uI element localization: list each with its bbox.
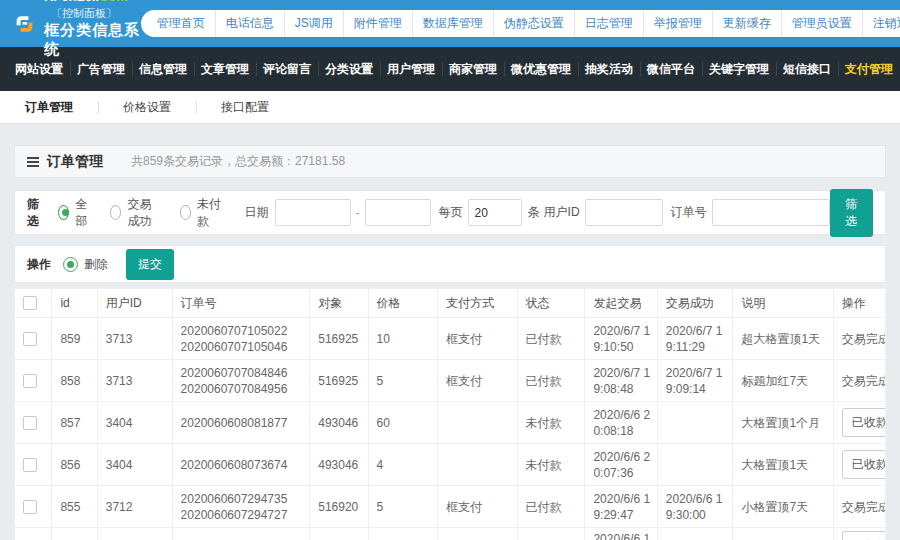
- cell-id: 858: [52, 360, 97, 402]
- cell-order-no: 20200607070848462020060707084956: [172, 360, 310, 402]
- top-menu-item[interactable]: 日志管理: [574, 10, 643, 37]
- top-menu-item[interactable]: 举报管理: [643, 10, 712, 37]
- user-id-input[interactable]: [585, 199, 663, 226]
- select-all-checkbox[interactable]: [23, 296, 37, 310]
- receive-payment-button[interactable]: 已收款: [842, 450, 886, 479]
- table-row: 8553712202006060729473520200606072947275…: [15, 486, 886, 528]
- top-menu-item[interactable]: 注销退出: [862, 10, 900, 37]
- cell-note: 小格置顶7天: [733, 486, 833, 528]
- cell-target: [310, 528, 368, 540]
- cell-start-time: 2020/6/6 20:07:36: [585, 444, 657, 486]
- nav-item[interactable]: 商家管理: [442, 47, 504, 91]
- per-page-unit: 条: [528, 204, 540, 221]
- nav-item[interactable]: 分类设置: [318, 47, 380, 91]
- subnav-item[interactable]: 价格设置: [98, 91, 196, 124]
- sub-nav: 订单管理价格设置接口配置: [0, 91, 900, 124]
- top-menu-item[interactable]: 管理首页: [147, 10, 215, 37]
- filter-radio[interactable]: [110, 205, 121, 220]
- cell-order-no: 20200607071050222020060707105046: [172, 318, 310, 360]
- cell-target: 493046: [310, 444, 368, 486]
- filter-radio-option[interactable]: 交易成功: [110, 196, 162, 230]
- date-to-input[interactable]: [365, 199, 431, 226]
- top-menu-item[interactable]: 伪静态设置: [493, 10, 574, 37]
- delete-radio-option[interactable]: 删除: [63, 256, 108, 273]
- nav-item[interactable]: 文章管理: [194, 47, 256, 91]
- cell-note: 大格置顶1天: [733, 444, 833, 486]
- row-checkbox[interactable]: [23, 416, 37, 430]
- nav-item[interactable]: 短信接口: [776, 47, 838, 91]
- row-checkbox-cell: [15, 318, 52, 360]
- column-header: 对象: [310, 289, 368, 318]
- nav-item[interactable]: 支付管理: [838, 47, 900, 91]
- top-menu-item[interactable]: 电话信息: [215, 10, 284, 37]
- row-checkbox[interactable]: [23, 374, 37, 388]
- table-row: 8573404202006060808187749304660未付款2020/6…: [15, 402, 886, 444]
- subnav-item[interactable]: 订单管理: [0, 91, 98, 124]
- cell-start-time: 2020/6/7 19:10:50: [585, 318, 657, 360]
- top-menu-item[interactable]: 更新缓存: [712, 10, 781, 37]
- cell-action: 已收款: [833, 528, 885, 540]
- column-header: 操作: [833, 289, 885, 318]
- cell-id: 855: [52, 486, 97, 528]
- row-checkbox-cell: [15, 528, 52, 540]
- cell-user-id: 3713: [97, 318, 172, 360]
- cell-pay-method: 框支付: [438, 486, 517, 528]
- cell-order-no: 20200606072947352020060607294727: [172, 486, 310, 528]
- filter-submit-button[interactable]: 筛选: [830, 189, 873, 237]
- subnav-item[interactable]: 接口配置: [196, 91, 294, 124]
- receive-payment-button[interactable]: 已收款: [842, 531, 886, 540]
- filter-radio-label: 未付款: [197, 196, 223, 230]
- order-no-label: 订单号: [671, 204, 707, 221]
- cell-action: 已收款: [833, 444, 885, 486]
- column-header: 订单号: [172, 289, 310, 318]
- page-stats: 共859条交易记录，总交易额：27181.58: [131, 153, 345, 170]
- top-menu-item[interactable]: 数据库管理: [412, 10, 493, 37]
- nav-item[interactable]: 微优惠管理: [504, 47, 578, 91]
- cell-user-id: 3404: [97, 444, 172, 486]
- cell-order-no: 2020060608081877: [172, 402, 310, 444]
- nav-item[interactable]: 微信平台: [640, 47, 702, 91]
- cell-note: [733, 528, 833, 540]
- cell-pay-method: [438, 444, 517, 486]
- receive-payment-button[interactable]: 已收款: [842, 408, 886, 437]
- cell-target: 516925: [310, 318, 368, 360]
- filter-radio[interactable]: [58, 205, 69, 220]
- column-header: 用户ID: [97, 289, 172, 318]
- nav-item[interactable]: 评论留言: [256, 47, 318, 91]
- top-menu-item[interactable]: 附件管理: [343, 10, 412, 37]
- nav-item[interactable]: 网站设置: [8, 47, 70, 91]
- top-menu-item[interactable]: JS调用: [284, 10, 343, 37]
- page-title-bar: 订单管理 共859条交易记录，总交易额：27181.58: [14, 145, 886, 178]
- cell-user-id: [97, 528, 172, 540]
- filter-radio-option[interactable]: 未付款: [180, 196, 223, 230]
- row-checkbox-cell: [15, 360, 52, 402]
- cell-note: 标题加红7天: [733, 360, 833, 402]
- nav-item[interactable]: 关键字管理: [702, 47, 776, 91]
- header-checkbox-cell: [15, 289, 52, 318]
- filter-radio-option[interactable]: 全部: [58, 196, 92, 230]
- order-no-input[interactable]: [712, 199, 830, 226]
- operation-panel: 操作 删除 提交: [14, 245, 886, 283]
- table-row: 8593713202006070710502220200607071050465…: [15, 318, 886, 360]
- filter-label: 筛选: [27, 196, 46, 230]
- row-checkbox[interactable]: [23, 500, 37, 514]
- cell-id: 856: [52, 444, 97, 486]
- top-menu-item[interactable]: 管理员设置: [781, 10, 862, 37]
- date-from-input[interactable]: [275, 199, 351, 226]
- nav-item[interactable]: 抽奖活动: [578, 47, 640, 91]
- operation-submit-button[interactable]: 提交: [126, 249, 174, 280]
- nav-item[interactable]: 用户管理: [380, 47, 442, 91]
- cell-start-time: 2020/6/6 19:29:47: [585, 486, 657, 528]
- cell-id: [52, 528, 97, 540]
- nav-item[interactable]: 广告管理: [70, 47, 132, 91]
- row-checkbox[interactable]: [23, 332, 37, 346]
- per-page-input[interactable]: [468, 199, 522, 226]
- top-header: KFenLei.Com〔控制面板〕 框分类信息系统 管理首页电话信息JS调用附件…: [0, 0, 900, 47]
- cell-order-no: [172, 528, 310, 540]
- row-checkbox[interactable]: [23, 458, 37, 472]
- delete-radio[interactable]: [63, 257, 78, 272]
- nav-item[interactable]: 信息管理: [132, 47, 194, 91]
- filter-radio[interactable]: [180, 205, 191, 220]
- cell-price: 10: [368, 318, 438, 360]
- cell-success-time: [657, 444, 733, 486]
